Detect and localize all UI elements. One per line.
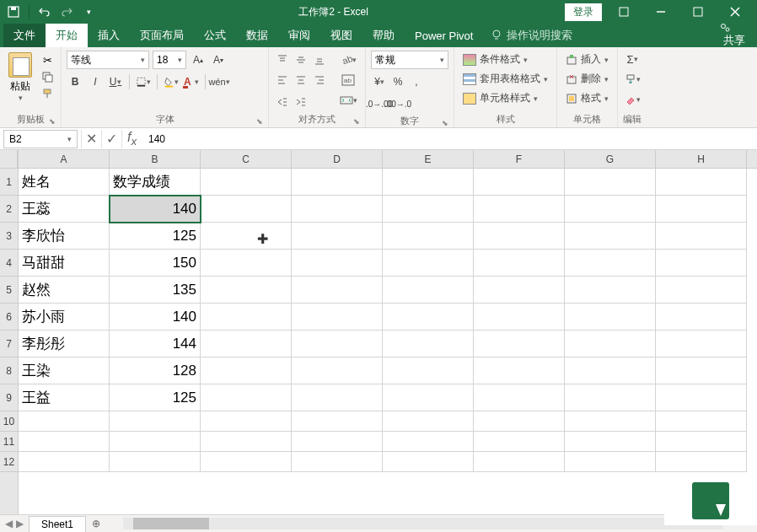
cell[interactable] — [383, 250, 474, 277]
cell[interactable] — [19, 452, 110, 472]
login-button[interactable]: 登录 — [565, 3, 602, 21]
orientation-icon[interactable]: ab▾ — [336, 51, 360, 69]
col-header[interactable]: D — [292, 150, 383, 168]
align-top-icon[interactable] — [274, 51, 291, 69]
tab-view[interactable]: 视图 — [320, 24, 362, 47]
cell[interactable] — [656, 277, 747, 304]
row-header[interactable]: 4 — [0, 250, 18, 277]
cell[interactable] — [292, 432, 383, 452]
paste-button[interactable]: 粘贴 ▾ — [5, 51, 35, 104]
cell[interactable]: 马甜甜 — [19, 250, 110, 277]
cell[interactable] — [201, 277, 292, 304]
align-middle-icon[interactable] — [293, 51, 309, 69]
cell[interactable] — [292, 357, 383, 384]
cell[interactable] — [474, 357, 565, 384]
italic-button[interactable]: I — [87, 73, 104, 91]
format-table-button[interactable]: 套用表格格式▾ — [459, 70, 551, 88]
row-header[interactable]: 12 — [0, 452, 18, 472]
cell[interactable] — [474, 452, 565, 472]
col-header[interactable]: G — [565, 150, 656, 168]
formula-input[interactable]: 140 — [142, 133, 757, 145]
insert-function-icon[interactable]: fx — [121, 130, 142, 148]
col-header[interactable]: E — [383, 150, 474, 168]
cell[interactable] — [474, 277, 565, 304]
cell[interactable] — [656, 196, 747, 223]
cell[interactable]: 王益 — [19, 384, 110, 411]
tab-formulas[interactable]: 公式 — [194, 24, 236, 47]
cell[interactable] — [474, 411, 565, 432]
cell[interactable] — [565, 196, 656, 223]
insert-cells-button[interactable]: 插入▾ — [562, 51, 612, 68]
row-header[interactable]: 1 — [0, 169, 18, 196]
cell[interactable] — [656, 169, 747, 196]
row-header[interactable]: 2 — [0, 196, 18, 223]
cancel-formula-icon[interactable]: ✕ — [81, 130, 101, 148]
cell[interactable]: 赵然 — [19, 277, 110, 304]
cell[interactable] — [383, 432, 474, 452]
cells-grid[interactable]: 姓名 数学成绩 王蕊 140 李欣怡 125 马甜甜 150 赵然 13 — [19, 169, 757, 472]
tell-me-search[interactable]: 操作说明搜索 — [483, 28, 581, 43]
row-header[interactable]: 6 — [0, 304, 18, 330]
cell[interactable] — [201, 411, 292, 432]
cell[interactable] — [656, 223, 747, 250]
cell[interactable] — [292, 452, 383, 472]
cell[interactable] — [565, 432, 656, 452]
cell[interactable] — [383, 357, 474, 384]
number-format-select[interactable]: 常规▾ — [371, 51, 448, 69]
cell[interactable] — [656, 411, 747, 432]
row-header[interactable]: 8 — [0, 357, 18, 384]
cell[interactable] — [474, 384, 565, 411]
cell[interactable] — [474, 432, 565, 452]
share-button[interactable]: 共享 — [708, 19, 757, 52]
tab-power-pivot[interactable]: Power Pivot — [405, 25, 483, 46]
alignment-launcher-icon[interactable]: ⬊ — [353, 117, 360, 126]
cell[interactable] — [19, 432, 110, 452]
cell[interactable] — [292, 384, 383, 411]
format-painter-icon[interactable] — [39, 86, 56, 101]
cell[interactable] — [110, 411, 201, 432]
cut-icon[interactable]: ✂ — [39, 52, 56, 67]
ribbon-options-icon[interactable] — [609, 2, 639, 22]
col-header[interactable]: A — [19, 150, 110, 168]
cell[interactable] — [656, 250, 747, 277]
col-header[interactable]: B — [110, 150, 201, 168]
cell[interactable] — [383, 304, 474, 330]
align-right-icon[interactable] — [311, 71, 328, 89]
cell[interactable] — [656, 432, 747, 452]
enter-formula-icon[interactable]: ✓ — [101, 130, 121, 148]
tab-home[interactable]: 开始 — [46, 24, 88, 47]
row-header[interactable]: 11 — [0, 432, 18, 452]
cell[interactable] — [383, 330, 474, 357]
cell[interactable] — [201, 452, 292, 472]
name-box[interactable]: B2▾ — [3, 130, 78, 148]
merge-center-icon[interactable]: ▾ — [336, 91, 360, 110]
cell[interactable] — [565, 304, 656, 330]
cell[interactable] — [565, 411, 656, 432]
cell[interactable] — [656, 304, 747, 330]
cell[interactable] — [292, 304, 383, 330]
cell[interactable]: 125 — [110, 384, 201, 411]
cell[interactable] — [201, 384, 292, 411]
cell[interactable] — [474, 223, 565, 250]
horizontal-scrollbar[interactable] — [123, 518, 723, 529]
save-icon[interactable] — [3, 2, 24, 22]
cell[interactable]: 128 — [110, 357, 201, 384]
phonetic-button[interactable]: wén▾ — [211, 73, 228, 91]
cell[interactable] — [292, 330, 383, 357]
cell[interactable]: 125 — [110, 223, 201, 250]
cell[interactable] — [383, 277, 474, 304]
cell[interactable]: 李彤彤 — [19, 330, 110, 357]
cell[interactable] — [201, 223, 292, 250]
undo-icon[interactable] — [35, 2, 55, 22]
clear-icon[interactable]: ▾ — [623, 91, 642, 108]
tab-file[interactable]: 文件 — [3, 24, 46, 47]
cell[interactable] — [201, 330, 292, 357]
select-all-corner[interactable] — [0, 150, 18, 169]
cell[interactable] — [565, 277, 656, 304]
cell[interactable] — [383, 411, 474, 432]
tab-review[interactable]: 审阅 — [278, 24, 320, 47]
row-header[interactable]: 5 — [0, 277, 18, 304]
cell[interactable] — [292, 277, 383, 304]
scrollbar-thumb[interactable] — [133, 518, 209, 529]
sheet-tab-sheet1[interactable]: Sheet1 — [29, 516, 86, 532]
